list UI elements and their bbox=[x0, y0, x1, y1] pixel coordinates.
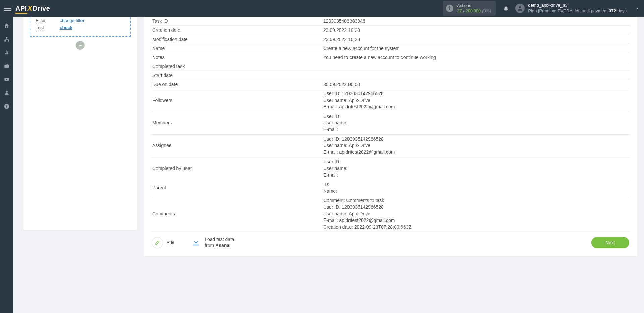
logo-drive: Drive bbox=[33, 5, 50, 12]
logo-api: API bbox=[15, 5, 27, 12]
actions-counter[interactable]: i Actions: 27 / 200'000 (0%) bbox=[443, 1, 496, 16]
avatar-icon bbox=[515, 4, 525, 13]
actions-text: Actions: 27 / 200'000 (0%) bbox=[457, 3, 491, 14]
logo[interactable]: APIXDrive bbox=[15, 5, 50, 12]
info-icon: i bbox=[446, 5, 453, 12]
chevron-down-icon bbox=[635, 6, 640, 11]
logo-x: X bbox=[28, 5, 32, 12]
user-info: demo_apix-drive_s3 Plan |Premium EXTRA| … bbox=[528, 3, 627, 14]
svg-point-0 bbox=[519, 6, 521, 8]
user-menu[interactable]: demo_apix-drive_s3 Plan |Premium EXTRA| … bbox=[515, 3, 640, 14]
hamburger-menu-icon[interactable] bbox=[4, 6, 11, 11]
bell-icon[interactable] bbox=[503, 5, 509, 11]
